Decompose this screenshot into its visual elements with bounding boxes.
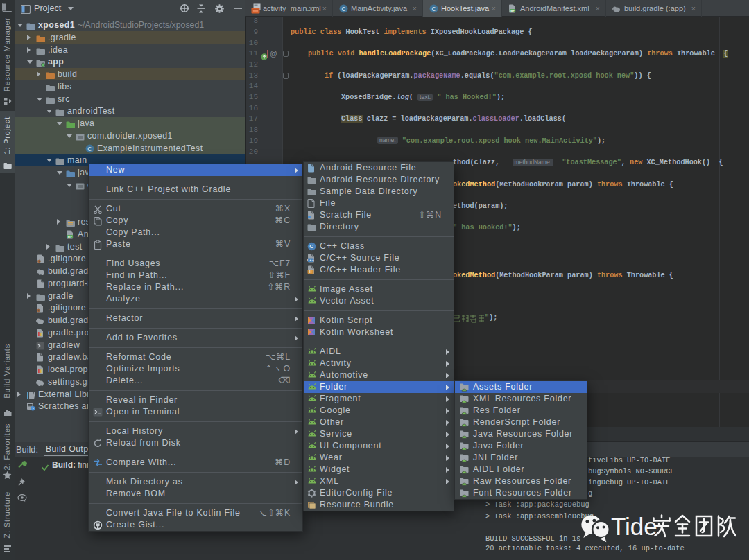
svg-text:H: H xyxy=(309,270,312,274)
svg-text:MF: MF xyxy=(68,236,73,238)
svg-text:C: C xyxy=(341,6,345,12)
svg-text:MF: MF xyxy=(510,10,515,12)
svg-text:C++: C++ xyxy=(307,259,315,262)
svg-text:C: C xyxy=(431,6,436,12)
svg-text:C: C xyxy=(87,145,92,152)
svg-text:C: C xyxy=(309,243,314,250)
